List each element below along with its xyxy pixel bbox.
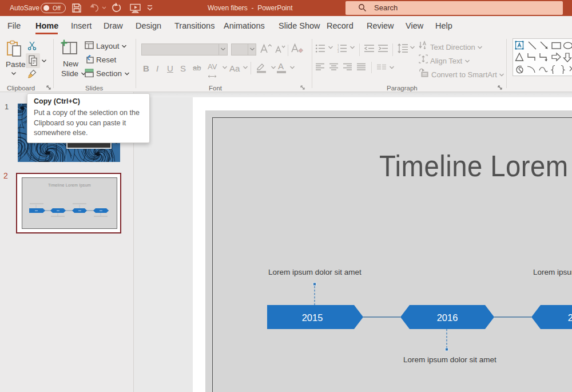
svg-text:1: 1 [337,44,339,47]
svg-text:2: 2 [337,47,339,50]
svg-text:3: 3 [337,50,339,53]
